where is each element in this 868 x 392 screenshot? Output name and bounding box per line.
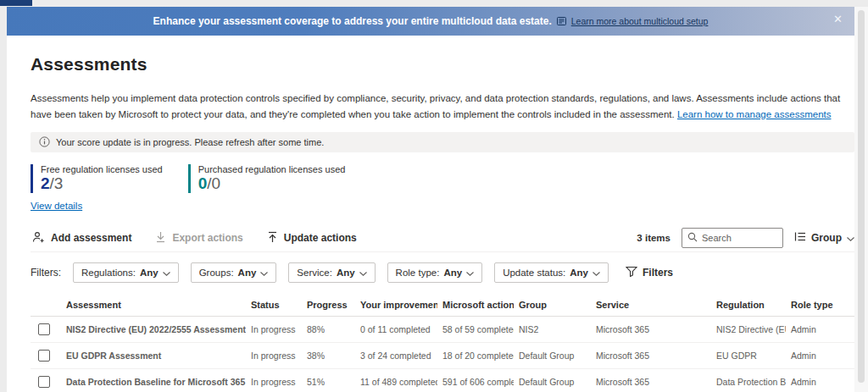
search-input[interactable] [702,233,777,243]
col-group[interactable]: Group [514,300,591,310]
chevron-down-icon [163,268,170,278]
filters-row: Filters: Regulations:Any Groups:Any Serv… [31,262,846,283]
progress-cell: 88% [302,324,355,334]
toolbar: Add assessment Export actions Update act… [31,225,854,252]
col-assessment[interactable]: Assessment [61,300,246,310]
col-service[interactable]: Service [591,300,711,310]
regulation-cell: Data Protection Basel... [711,377,786,387]
upload-icon [267,231,278,246]
purchased-licenses-value: 0/0 [198,174,346,193]
table-row[interactable]: NIS2 Directive (EU) 2022/2555 Assessment… [31,317,854,343]
filters-label: Filters: [31,267,61,279]
free-licenses-value: 2/3 [41,174,163,193]
manage-assessments-link[interactable]: Learn how to manage assessments [677,109,832,119]
group-list-icon [794,231,806,245]
free-licenses-counter: Free regulation licenses used 2/3 [31,164,163,193]
search-box[interactable] [682,228,783,248]
chevron-down-icon [593,268,600,278]
group-by-button[interactable]: Group [794,231,854,245]
group-cell: NIS2 [514,324,591,334]
scrollbar-thumb[interactable] [858,10,865,383]
table-row[interactable]: Data Protection Baseline for Microsoft 3… [31,369,854,392]
table-row[interactable]: EU GDPR Assessment In progress 38% 3 of … [31,343,854,369]
purchased-licenses-label: Purchased regulation licenses used [198,164,346,174]
col-progress[interactable]: Progress [302,300,355,310]
export-actions-button[interactable]: Export actions [153,228,244,249]
table-header-row: Assessment Status Progress Your improvem… [31,294,854,317]
chevron-down-icon [466,268,474,278]
multicloud-learn-more-link[interactable]: Learn more about multicloud setup [571,16,709,26]
chevron-down-icon [359,268,367,278]
row-checkbox[interactable] [38,350,50,362]
group-cell: Default Group [514,377,591,387]
microsoft-actions-cell: 18 of 20 completed [437,351,514,361]
add-assessment-button[interactable]: Add assessment [31,228,133,249]
person-add-icon [32,231,45,246]
progress-cell: 51% [302,377,355,387]
col-regulation[interactable]: Regulation [711,300,786,310]
license-counters: Free regulation licenses used 2/3 Purcha… [31,164,846,193]
info-icon [39,136,50,147]
microsoft-actions-cell: 58 of 59 completed [437,324,514,334]
col-status[interactable]: Status [246,300,302,310]
improvement-cell: 3 of 24 completed [355,351,437,361]
filter-funnel-icon [626,266,637,279]
free-licenses-label: Free regulation licenses used [41,164,163,174]
score-update-notice: Your score update is in progress. Please… [31,132,854,152]
content-card: Enhance your assessment coverage to addr… [7,7,854,392]
view-details-link[interactable]: View details [31,201,82,211]
row-checkbox[interactable] [38,323,50,335]
news-icon [557,17,566,25]
chevron-down-icon [847,232,854,244]
assessment-name[interactable]: EU GDPR Assessment [61,351,246,361]
service-cell: Microsoft 365 [591,324,711,334]
search-icon [687,230,698,246]
col-microsoft-actions[interactable]: Microsoft actions [437,300,514,310]
download-icon [155,231,166,246]
group-cell: Default Group [514,351,591,361]
improvement-cell: 11 of 489 completed [355,377,437,387]
role-type-cell: Admin [786,324,854,334]
filter-service[interactable]: Service:Any [288,262,375,283]
microsoft-actions-cell: 591 of 606 completed [437,377,514,387]
chevron-down-icon [260,268,268,278]
service-cell: Microsoft 365 [591,377,711,387]
purchased-licenses-counter: Purchased regulation licenses used 0/0 [188,164,346,193]
update-actions-button[interactable]: Update actions [265,228,359,249]
status-cell: In progress [246,351,302,361]
vertical-scrollbar[interactable] [854,7,868,392]
status-cell: In progress [246,377,302,387]
service-cell: Microsoft 365 [591,351,711,361]
regulation-cell: EU GDPR [711,351,786,361]
page-description: Assessments help you implement data prot… [31,91,846,123]
regulation-cell: NIS2 Directive (EU) 2... [711,324,786,334]
role-type-cell: Admin [786,351,854,361]
filters-button[interactable]: Filters [626,266,673,279]
items-count: 3 items [637,233,670,243]
assessment-name[interactable]: Data Protection Baseline for Microsoft 3… [61,377,246,387]
multicloud-banner: Enhance your assessment coverage to addr… [7,7,854,36]
filter-update-status[interactable]: Update status:Any [494,262,609,283]
progress-cell: 38% [302,351,355,361]
page-title: Assessments [31,54,846,75]
close-icon[interactable]: ✕ [833,14,843,25]
status-cell: In progress [246,324,302,334]
suite-header-stub [0,0,32,6]
col-improvement[interactable]: Your improvement a... [355,300,437,310]
filter-role-type[interactable]: Role type:Any [387,262,483,283]
banner-message: Enhance your assessment coverage to addr… [153,15,552,27]
assessments-table: Assessment Status Progress Your improvem… [31,294,854,392]
filter-regulations[interactable]: Regulations:Any [73,262,179,283]
row-checkbox[interactable] [38,376,50,388]
role-type-cell: Admin [786,377,854,387]
filter-groups[interactable]: Groups:Any [191,262,277,283]
assessment-name[interactable]: NIS2 Directive (EU) 2022/2555 Assessment [61,324,246,334]
improvement-cell: 0 of 11 completed [355,324,437,334]
col-role-type[interactable]: Role type [786,300,854,310]
notice-text: Your score update is in progress. Please… [56,137,324,147]
